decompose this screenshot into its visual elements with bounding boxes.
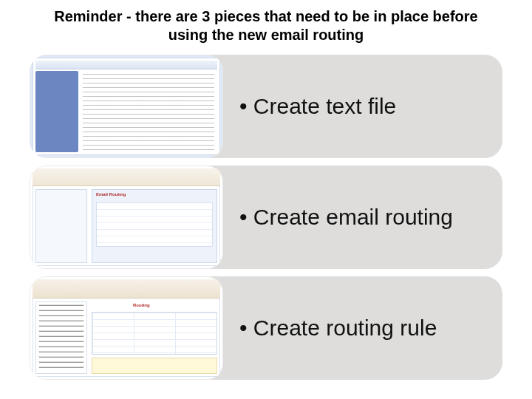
step-label: Create routing rule [239,316,437,341]
slide: Reminder - there are 3 pieces that need … [0,0,532,399]
step-row: Email Routing Create email routing [30,166,502,269]
step-text: Create text file [223,55,502,158]
slide-title: Reminder - there are 3 pieces that need … [44,7,488,44]
step-label: Create email routing [239,205,453,230]
step-text: Create routing rule [223,276,502,380]
step-row: Create text file [30,55,502,158]
step-text: Create email routing [223,166,502,269]
screenshot-thumbnail: Email Routing [30,166,223,269]
screenshot-thumbnail [30,55,223,158]
step-label: Create text file [239,94,396,119]
step-row: Routing Create routing rule [30,276,502,380]
steps-list: Create text file Email Routing Create em… [30,55,502,380]
screenshot-thumbnail: Routing [30,276,223,380]
